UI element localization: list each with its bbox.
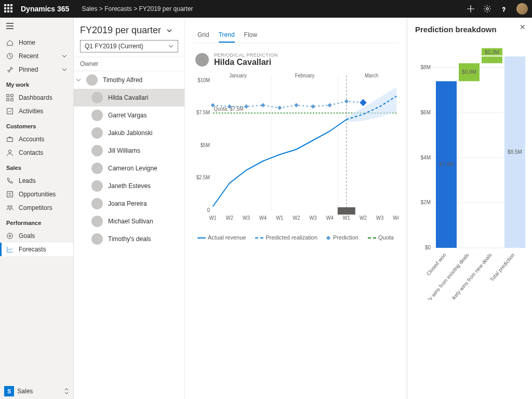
svg-text:W1: W1	[276, 215, 283, 221]
svg-text:W1: W1	[343, 215, 350, 221]
owner-row[interactable]: Joana Pereira	[74, 195, 184, 212]
owner-row[interactable]: Cameron Levigne	[74, 159, 184, 177]
svg-text:$2M: $2M	[421, 200, 431, 205]
owner-row[interactable]: Janeth Esteves	[74, 177, 184, 195]
nav-accounts[interactable]: Accounts	[0, 132, 73, 146]
nav-goals[interactable]: Goals	[0, 229, 73, 243]
avatar	[91, 198, 103, 209]
clock-icon	[6, 52, 14, 60]
svg-rect-8	[7, 138, 13, 141]
dashboard-icon	[6, 94, 14, 101]
nav-dashboards[interactable]: Dashboards	[0, 91, 73, 104]
owner-root[interactable]: Timothy Alfred	[74, 71, 184, 89]
svg-point-11	[8, 206, 10, 208]
chart-icon	[6, 246, 14, 253]
svg-text:W4: W4	[393, 215, 399, 221]
target-icon	[6, 232, 14, 240]
svg-point-0	[486, 8, 488, 10]
owner-column-header: Owner	[74, 57, 184, 71]
breakdown-chart: $0$2M$4M$6M$8M$7.4MClosed won$0.8MLikely…	[415, 40, 525, 300]
svg-point-12	[10, 206, 12, 208]
svg-rect-4	[11, 95, 13, 97]
svg-rect-3	[7, 95, 9, 97]
period-select[interactable]: Q1 FY2019 (Current)	[80, 40, 178, 52]
owner-row[interactable]: Timothy's deals	[74, 230, 184, 248]
nav-leads[interactable]: Leads	[0, 174, 73, 188]
nav-pinned[interactable]: Pinned	[0, 63, 73, 76]
svg-text:$2.5M: $2.5M	[196, 175, 210, 180]
page-title[interactable]: FY2019 per quarter	[80, 25, 178, 36]
svg-text:$0.3M: $0.3M	[485, 49, 499, 55]
svg-text:W2: W2	[226, 215, 233, 221]
svg-text:$4M: $4M	[421, 155, 431, 161]
svg-point-13	[7, 233, 13, 239]
svg-text:February: February	[295, 73, 315, 78]
nav-forecasts[interactable]: Forecasts	[0, 243, 73, 256]
svg-text:Today: Today	[340, 208, 353, 214]
avatar	[195, 53, 209, 66]
plus-icon[interactable]	[467, 5, 475, 13]
app-launcher-icon[interactable]	[4, 4, 14, 14]
svg-text:?: ?	[502, 7, 506, 12]
chevron-down-icon	[166, 28, 172, 34]
svg-rect-10	[7, 192, 13, 197]
nav-toggle-icon[interactable]	[0, 22, 73, 36]
nav-group-mywork: My work	[0, 76, 73, 91]
svg-text:W3: W3	[243, 215, 250, 221]
svg-text:Closed won: Closed won	[425, 252, 447, 276]
svg-text:W1: W1	[209, 215, 217, 221]
owner-row[interactable]: Garret Vargas	[74, 107, 184, 124]
svg-text:$0.8M: $0.8M	[462, 69, 476, 75]
svg-rect-7	[7, 109, 13, 114]
avatar	[91, 145, 103, 156]
view-tabs: Grid Trend Flow	[193, 24, 399, 43]
svg-text:0: 0	[207, 207, 210, 213]
svg-rect-6	[11, 99, 13, 101]
briefcase-icon	[6, 136, 14, 143]
nav-home[interactable]: Home	[0, 36, 73, 49]
svg-text:W2: W2	[292, 215, 300, 221]
svg-text:$8M: $8M	[421, 64, 431, 70]
nav-competitors[interactable]: Competitors	[0, 201, 73, 215]
owner-row[interactable]: Jill Williams	[74, 142, 184, 159]
person-icon	[6, 149, 14, 156]
home-icon	[6, 39, 14, 46]
legend-predicted-realization: Predicted realization	[255, 234, 317, 241]
nav-opportunities[interactable]: Opportunities	[0, 188, 73, 201]
nav-activities[interactable]: Activities	[0, 104, 73, 118]
breakdown-title: Prediction breakdown	[415, 25, 525, 34]
svg-text:$5M: $5M	[201, 142, 210, 148]
svg-text:W4: W4	[326, 215, 334, 221]
chart-legend: Actual revenue Predicted realization Pre…	[193, 234, 399, 241]
gear-icon[interactable]	[483, 5, 491, 13]
owner-row[interactable]: Hilda Cavallari	[74, 89, 184, 107]
close-icon[interactable]: ✕	[520, 23, 526, 31]
svg-text:W2: W2	[360, 215, 367, 221]
tab-flow[interactable]: Flow	[244, 28, 257, 43]
owner-row[interactable]: Michael Sullivan	[74, 212, 184, 230]
owner-row[interactable]: Jakub Jablonski	[74, 124, 184, 142]
help-icon[interactable]: ?	[500, 5, 508, 13]
tab-trend[interactable]: Trend	[219, 28, 235, 43]
chevron-down-icon	[62, 54, 67, 59]
svg-text:January: January	[229, 73, 247, 78]
owner-panel: FY2019 per quarter Q1 FY2019 (Current) O…	[74, 18, 185, 399]
svg-point-14	[9, 235, 11, 237]
tab-grid[interactable]: Grid	[197, 28, 209, 43]
svg-text:$10M: $10M	[198, 77, 210, 83]
topbar: Dynamics 365 Sales > Forecasts > FY2019 …	[0, 0, 532, 18]
nav-recent[interactable]: Recent	[0, 49, 73, 63]
activity-icon	[6, 108, 14, 115]
svg-text:W4: W4	[259, 215, 267, 221]
svg-text:$7.5M: $7.5M	[196, 110, 210, 115]
chevron-down-icon	[168, 44, 174, 49]
legend-actual: Actual revenue	[197, 234, 246, 241]
breadcrumb[interactable]: Sales > Forecasts > FY2019 per quarter	[82, 5, 193, 12]
avatar	[91, 163, 103, 174]
svg-text:W3: W3	[310, 215, 317, 221]
svg-text:March: March	[365, 73, 378, 78]
avatar	[91, 127, 103, 139]
user-avatar[interactable]	[516, 3, 528, 15]
nav-footer[interactable]: SSales	[0, 383, 73, 399]
nav-contacts[interactable]: Contacts	[0, 146, 73, 159]
